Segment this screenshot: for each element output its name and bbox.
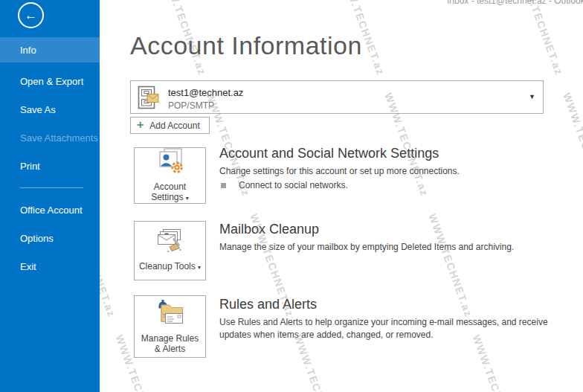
dropdown-caret-icon: ▼ xyxy=(529,93,535,100)
connect-social-networks-label: Connect to social networks. xyxy=(239,180,348,190)
section-desc-rules-alerts: Use Rules and Alerts to help organize yo… xyxy=(219,316,554,341)
rules-alerts-icon xyxy=(155,299,186,329)
cleanup-tools-label: Cleanup Tools ▾ xyxy=(136,261,204,273)
sidebar-item-print[interactable]: Print xyxy=(0,152,100,180)
account-settings-label: Account Settings ▾ xyxy=(135,181,205,204)
sidebar-item-open-export[interactable]: Open & Export xyxy=(0,67,100,95)
sidebar-item-office-account[interactable]: Office Account xyxy=(0,196,100,224)
connect-social-networks-link[interactable]: Connect to social networks. xyxy=(221,180,348,190)
backstage-sidebar: ← Info Open & Export Save As Save Attach… xyxy=(0,0,100,392)
sidebar-nav: Info Open & Export Save As Save Attachme… xyxy=(0,37,100,280)
manage-rules-alerts-button[interactable]: Manage Rules & Alerts xyxy=(134,295,206,358)
sidebar-divider xyxy=(20,187,83,188)
sidebar-item-options[interactable]: Options xyxy=(0,224,100,252)
add-account-button[interactable]: + Add Account xyxy=(130,117,210,134)
sidebar-item-exit[interactable]: Exit xyxy=(0,252,100,280)
manage-rules-alerts-label: Manage Rules & Alerts xyxy=(135,333,205,354)
section-desc-account: Change settings for this account or set … xyxy=(219,165,569,178)
back-button[interactable]: ← xyxy=(18,2,44,28)
account-protocol: POP/SMTP xyxy=(168,100,214,111)
account-selector-dropdown[interactable]: test1@technet.az POP/SMTP ▼ xyxy=(130,80,544,114)
section-desc-mailbox-cleanup: Manage the size of your mailbox by empty… xyxy=(219,241,569,254)
page-title: Account Information xyxy=(130,31,362,60)
cleanup-tools-icon xyxy=(157,228,184,257)
dropdown-arrow-icon: ▾ xyxy=(198,264,201,271)
sidebar-item-save-attachments: Save Attachments xyxy=(0,123,100,152)
section-heading-account: Account and Social Network Settings xyxy=(219,146,439,161)
account-settings-button[interactable]: Account Settings ▾ xyxy=(134,147,206,204)
add-account-label: Add Account xyxy=(149,121,199,131)
back-arrow-icon: ← xyxy=(25,8,37,23)
sidebar-item-save-as[interactable]: Save As xyxy=(0,95,100,123)
account-type-icon xyxy=(138,86,160,113)
dropdown-arrow-icon: ▾ xyxy=(186,195,189,202)
square-bullet-icon xyxy=(221,183,226,188)
plus-icon: + xyxy=(137,119,144,131)
account-settings-icon xyxy=(156,148,184,177)
section-heading-mailbox-cleanup: Mailbox Cleanup xyxy=(219,222,319,237)
window-title: Inbox - test1@technet.az - Outlook (Tria xyxy=(447,0,583,6)
sidebar-item-info[interactable]: Info xyxy=(0,37,100,62)
account-email: test1@technet.az xyxy=(168,87,243,98)
section-heading-rules-alerts: Rules and Alerts xyxy=(219,297,317,312)
cleanup-tools-button[interactable]: Cleanup Tools ▾ xyxy=(134,221,206,280)
